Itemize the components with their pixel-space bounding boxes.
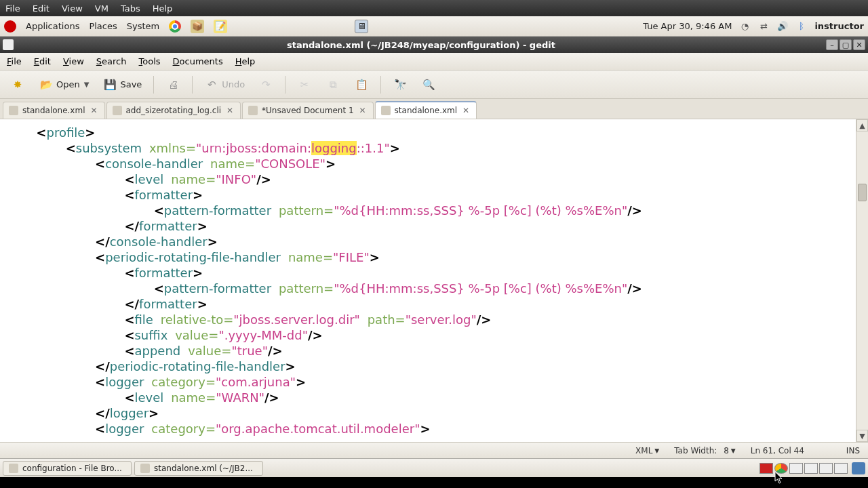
gnome-bottom-panel: configuration - File Bro... standalone.x… xyxy=(0,458,868,477)
menu-view[interactable]: View xyxy=(63,56,84,66)
print-button[interactable]: 🖨 xyxy=(161,74,185,96)
distro-logo-icon[interactable] xyxy=(4,20,16,33)
menu-places[interactable]: Places xyxy=(89,21,117,31)
vm-menu-tabs[interactable]: Tabs xyxy=(121,3,140,14)
open-label: Open xyxy=(56,79,80,89)
toolbar-separator xyxy=(153,76,154,94)
menu-edit[interactable]: Edit xyxy=(34,56,51,66)
save-button[interactable]: 💾Save xyxy=(98,74,146,96)
redo-button[interactable]: ↷ xyxy=(254,74,278,96)
vm-menu-edit[interactable]: Edit xyxy=(33,3,50,14)
window-titlebar[interactable]: standalone.xml (~/JB248/myeap/configurat… xyxy=(0,37,868,53)
undo-arrow-icon: ↶ xyxy=(204,77,219,92)
insert-mode[interactable]: INS xyxy=(846,446,860,455)
clipboard-icon: 📋 xyxy=(354,77,369,92)
network-tray-icon[interactable]: ⇄ xyxy=(757,20,770,33)
tab-label: standalone.xml xyxy=(22,106,85,115)
cut-button[interactable]: ✂ xyxy=(292,74,317,96)
vertical-scrollbar[interactable]: ▲ ▼ xyxy=(856,119,868,442)
new-file-icon: ✸ xyxy=(10,77,25,92)
user-menu[interactable]: instructor xyxy=(814,21,864,31)
gedit-icon xyxy=(140,464,150,473)
close-button[interactable]: ✕ xyxy=(853,39,865,50)
binoculars-icon: 🔭 xyxy=(393,77,408,92)
folder-icon xyxy=(9,464,18,473)
find-button[interactable]: 🔭 xyxy=(388,74,412,96)
scroll-up-button[interactable]: ▲ xyxy=(856,119,868,131)
notes-launcher-icon[interactable]: 📝 xyxy=(214,20,227,33)
tab-add-sizerotating[interactable]: add_sizerotating_log.cli✕ xyxy=(106,102,241,119)
minimize-button[interactable]: – xyxy=(826,39,838,50)
printer-icon: 🖨 xyxy=(165,77,180,92)
gedit-toolbar: ✸ 📂Open▼ 💾Save 🖨 ↶Undo ↷ ✂ ⧉ 📋 🔭 🔍 xyxy=(0,70,868,99)
document-tab-bar: standalone.xml✕ add_sizerotating_log.cli… xyxy=(0,99,868,119)
menu-search[interactable]: Search xyxy=(96,56,127,66)
workspace-4[interactable] xyxy=(804,463,818,474)
workspace-3[interactable] xyxy=(789,463,803,474)
open-dropdown-icon[interactable]: ▼ xyxy=(84,81,90,88)
workspace-6[interactable] xyxy=(834,463,848,474)
taskbar-item-filebrowser[interactable]: configuration - File Bro... xyxy=(3,461,132,476)
vm-menu-help[interactable]: Help xyxy=(153,3,173,14)
vm-menu-vm[interactable]: VM xyxy=(95,3,108,14)
maximize-button[interactable]: ▢ xyxy=(840,39,852,50)
tab-unsaved-1[interactable]: *Unsaved Document 1✕ xyxy=(242,102,374,119)
file-icon xyxy=(9,106,18,115)
bluetooth-tray-icon[interactable]: ᛒ xyxy=(795,20,808,33)
menu-system[interactable]: System xyxy=(127,21,159,31)
chevron-down-icon: ▼ xyxy=(731,447,736,454)
scroll-thumb[interactable] xyxy=(858,184,867,201)
tab-width-value: 8 xyxy=(724,446,729,455)
taskbar-item-gedit[interactable]: standalone.xml (~/JB2... xyxy=(134,461,263,476)
package-launcher-icon[interactable]: 📦 xyxy=(191,20,204,33)
vm-menu-file[interactable]: File xyxy=(5,3,20,14)
workspace-1[interactable] xyxy=(760,463,773,474)
tab-standalone-1[interactable]: standalone.xml✕ xyxy=(3,102,105,119)
menu-tools[interactable]: Tools xyxy=(139,56,161,66)
find-replace-icon: 🔍 xyxy=(421,77,436,92)
toolbar-separator xyxy=(380,76,381,94)
file-icon xyxy=(113,106,122,115)
task-label: standalone.xml (~/JB2... xyxy=(154,464,253,473)
undo-label: Undo xyxy=(222,79,245,89)
chrome-launcher-icon[interactable] xyxy=(169,20,181,33)
copy-button[interactable]: ⧉ xyxy=(321,74,345,96)
menu-documents[interactable]: Documents xyxy=(173,56,223,66)
scroll-down-button[interactable]: ▼ xyxy=(856,430,868,442)
menu-help[interactable]: Help xyxy=(235,56,256,66)
tab-close-icon[interactable]: ✕ xyxy=(90,106,99,115)
save-label: Save xyxy=(120,79,142,89)
language-label: XML xyxy=(635,446,652,455)
vm-menu-view[interactable]: View xyxy=(62,3,83,14)
undo-button[interactable]: ↶Undo xyxy=(199,74,250,96)
file-icon xyxy=(248,106,258,115)
open-button[interactable]: 📂Open▼ xyxy=(34,74,94,96)
window-title: standalone.xml (~/JB248/myeap/configurat… xyxy=(18,40,825,50)
clock[interactable]: Tue Apr 30, 9:46 AM xyxy=(643,21,732,31)
scissors-icon: ✂ xyxy=(297,77,312,92)
tab-close-icon[interactable]: ✕ xyxy=(225,106,235,115)
workspace-5[interactable] xyxy=(819,463,833,474)
tab-close-icon[interactable]: ✕ xyxy=(358,106,368,115)
tab-width-label: Tab Width: xyxy=(674,446,717,455)
workspace-2[interactable] xyxy=(774,463,788,474)
toolbar-separator xyxy=(192,76,193,94)
cpu-tray-icon[interactable]: ◔ xyxy=(738,20,751,33)
volume-tray-icon[interactable]: 🔊 xyxy=(776,20,789,33)
new-button[interactable]: ✸ xyxy=(5,74,30,96)
folder-open-icon: 📂 xyxy=(39,77,54,92)
menu-applications[interactable]: Applications xyxy=(26,21,79,31)
find-replace-button[interactable]: 🔍 xyxy=(416,74,441,96)
toolbar-separator xyxy=(285,76,285,94)
tab-standalone-2[interactable]: standalone.xml✕ xyxy=(375,101,477,119)
trash-icon[interactable] xyxy=(852,462,865,474)
tab-width-selector[interactable]: Tab Width: 8▼ xyxy=(674,446,735,455)
paste-button[interactable]: 📋 xyxy=(349,74,374,96)
copy-icon: ⧉ xyxy=(326,77,340,92)
tab-close-icon[interactable]: ✕ xyxy=(461,106,471,115)
text-editor[interactable]: <profile> <subsystem xmlns="urn:jboss:do… xyxy=(0,119,856,442)
menu-file[interactable]: File xyxy=(7,56,22,66)
gedit-menubar: File Edit View Search Tools Documents He… xyxy=(0,53,868,70)
display-launcher-icon[interactable]: 🖥 xyxy=(355,20,368,33)
language-selector[interactable]: XML▼ xyxy=(635,446,659,455)
